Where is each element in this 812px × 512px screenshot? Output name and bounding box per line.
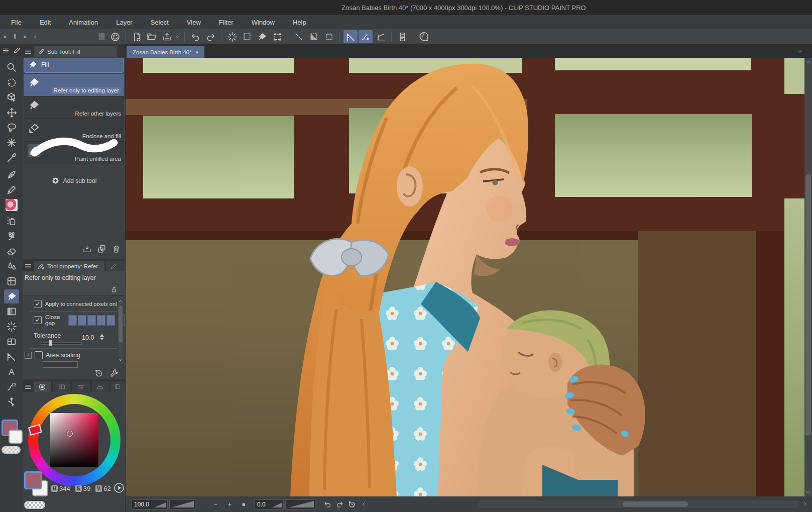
- scroll-down-icon[interactable]: [805, 489, 811, 495]
- deselect-button[interactable]: [225, 30, 239, 43]
- tool-blend[interactable]: [4, 259, 19, 273]
- gradient-selection-button[interactable]: [307, 30, 321, 43]
- tab-list-chevron-icon[interactable]: [797, 48, 803, 54]
- statusbar-collapse-button[interactable]: [358, 499, 370, 510]
- close-gap-level-selector[interactable]: [68, 315, 115, 326]
- menu-view[interactable]: View: [180, 17, 208, 28]
- canvas-viewport[interactable]: [126, 58, 804, 496]
- toolbar-grip[interactable]: [99, 33, 104, 40]
- dock-back-button[interactable]: ‹: [31, 30, 40, 43]
- marquee-button[interactable]: [322, 30, 336, 43]
- rotate-left-button[interactable]: [321, 499, 333, 510]
- color-panel-menu-icon[interactable]: [24, 383, 32, 391]
- tab-color-sliders[interactable]: [72, 381, 90, 392]
- tool-gradient[interactable]: [4, 304, 19, 319]
- sub-tool-item-enclose-and-fill[interactable]: Enclose and fill: [24, 119, 124, 142]
- tool-frame-border[interactable]: [4, 335, 19, 349]
- sub-color-swatch[interactable]: [9, 430, 23, 444]
- canvas-vertical-scrollbar[interactable]: [804, 58, 812, 496]
- duplicate-sub-tool-icon[interactable]: [97, 244, 106, 254]
- sub-tool-group-fill[interactable]: Fill: [24, 58, 124, 73]
- zoom-out-button[interactable]: −: [209, 499, 221, 510]
- tool-zoom[interactable]: [4, 60, 19, 74]
- scroll-up-icon[interactable]: [805, 60, 811, 65]
- sub-tool-item-refer-other-layers[interactable]: Refer other layers: [24, 96, 124, 119]
- sub-tool-panel-tab[interactable]: Sub Tool: Fill: [34, 46, 117, 57]
- sub-tool-item-paint-unfilled-area[interactable]: Paint unfilled area: [24, 142, 124, 164]
- canvas-horizontal-scrollbar[interactable]: [477, 500, 798, 508]
- rotation-value-box[interactable]: 0.0: [255, 499, 284, 509]
- undo-button[interactable]: [188, 30, 202, 43]
- tab-color-history[interactable]: [110, 381, 125, 392]
- tool-correct-line[interactable]: [4, 380, 19, 394]
- tool-eyedropper[interactable]: [4, 151, 19, 165]
- zoom-slider[interactable]: [169, 499, 195, 509]
- register-sub-tool-icon[interactable]: [82, 244, 92, 254]
- menu-window[interactable]: Window: [245, 17, 282, 28]
- saturation-value-square[interactable]: [50, 413, 98, 467]
- show-setting-list-icon[interactable]: [109, 368, 119, 378]
- tab-color-mixing[interactable]: [92, 381, 108, 392]
- tool-palette-menu-icon[interactable]: [2, 47, 10, 54]
- tolerance-value[interactable]: 10.0: [82, 334, 94, 341]
- area-scaling-expand-box[interactable]: +: [25, 352, 32, 359]
- transform-button[interactable]: [270, 30, 284, 43]
- color-panel-main-swatch[interactable]: [24, 471, 42, 489]
- tab-color-set[interactable]: [53, 381, 71, 392]
- show-keypad-button[interactable]: [395, 30, 409, 43]
- sub-tool-item-refer-only-editing[interactable]: Refer only to editing layer: [24, 74, 124, 96]
- tool-rotate-canvas[interactable]: [4, 75, 19, 89]
- snap-to-ruler-button[interactable]: [343, 30, 358, 43]
- open-file-button[interactable]: [145, 30, 159, 43]
- add-sub-tool-button[interactable]: Add sub tool: [23, 176, 125, 185]
- tolerance-slider[interactable]: [41, 342, 82, 345]
- tool-ruler[interactable]: [4, 350, 19, 364]
- lock-open-icon[interactable]: [110, 285, 118, 293]
- dock-collapse-all-button[interactable]: «: [1, 30, 10, 43]
- snap-to-special-ruler-button[interactable]: [359, 30, 373, 43]
- tool-property-scrollbar[interactable]: [117, 298, 124, 362]
- tool-airbrush[interactable]: [4, 214, 19, 228]
- tool-text[interactable]: A: [4, 365, 19, 379]
- tool-operation[interactable]: [4, 90, 19, 105]
- redo-button[interactable]: [203, 30, 217, 43]
- tool-selection-lasso[interactable]: [4, 121, 19, 135]
- tool-pen[interactable]: [4, 168, 19, 182]
- tool-decoration[interactable]: [4, 229, 19, 243]
- menu-select[interactable]: Select: [144, 17, 176, 28]
- help-button[interactable]: ?: [417, 30, 431, 43]
- tool-auto-select[interactable]: [4, 136, 19, 150]
- scroll-down-icon[interactable]: [118, 357, 123, 362]
- scroll-right-icon[interactable]: [802, 501, 808, 507]
- tolerance-spinner[interactable]: [100, 334, 104, 340]
- color-panel-transparent-swatch[interactable]: [24, 501, 45, 509]
- clip-studio-logo-button[interactable]: [108, 30, 122, 43]
- line-tool-button[interactable]: [292, 30, 306, 43]
- menu-animation[interactable]: Animation: [62, 17, 105, 28]
- tool-move-layer[interactable]: [4, 106, 19, 120]
- reset-all-settings-icon[interactable]: [94, 368, 103, 378]
- tool-property-tab[interactable]: Tool property: Refer: [34, 261, 104, 271]
- save-dropdown-chevron-icon[interactable]: [175, 30, 181, 43]
- fit-to-screen-button[interactable]: ■: [238, 499, 250, 510]
- tool-figure[interactable]: [4, 320, 19, 334]
- dock-collapse-button[interactable]: «: [21, 30, 30, 43]
- menu-help[interactable]: Help: [286, 17, 313, 28]
- tool-property-menu-icon[interactable]: [24, 262, 32, 270]
- tool-pencil[interactable]: [4, 183, 19, 197]
- tab-color-wheel[interactable]: [34, 381, 51, 392]
- close-gap-checkbox[interactable]: ✓: [34, 316, 42, 324]
- tool-liquify[interactable]: [4, 274, 19, 288]
- tool-vector-edit[interactable]: [4, 395, 19, 409]
- new-file-button[interactable]: [130, 30, 144, 43]
- snap-to-grid-button[interactable]: [374, 30, 388, 43]
- rotate-right-button[interactable]: [333, 499, 345, 510]
- save-export-button[interactable]: [160, 30, 174, 43]
- tool-fill[interactable]: [4, 289, 19, 303]
- reselect-button[interactable]: [240, 30, 254, 43]
- brush-size-panel-tab[interactable]: [106, 261, 125, 271]
- apply-connected-pixels-checkbox[interactable]: ✓: [34, 300, 42, 308]
- area-scaling-checkbox[interactable]: [35, 351, 43, 359]
- zoom-value-box[interactable]: 100.0: [132, 499, 168, 509]
- menu-filter[interactable]: Filter: [212, 17, 241, 28]
